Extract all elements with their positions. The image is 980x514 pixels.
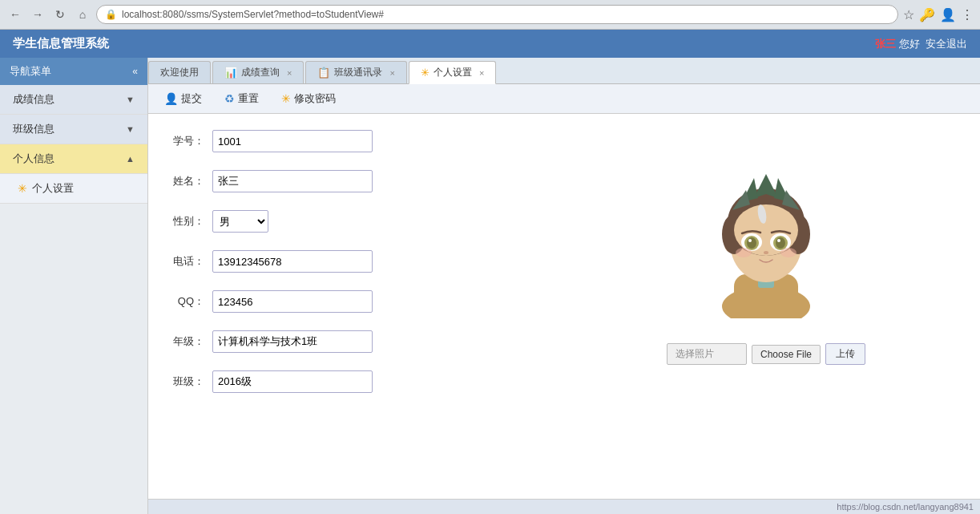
name-input[interactable] [212,170,373,192]
password-icon: ✳ [281,92,291,105]
name-label: 姓名： [172,174,212,188]
browser-actions: ☆ 🔑 👤 ⋮ [903,7,974,22]
name-row: 姓名： [172,170,552,192]
sidebar-item-class[interactable]: 班级信息 ▼ [0,115,147,144]
change-password-label: 修改密码 [294,91,336,106]
sidebar-title: 导航菜单 [10,64,51,79]
app-title: 学生信息管理系统 [13,36,109,51]
svg-point-27 [764,251,768,254]
url-bar: 🔒 localhost:8080/ssms/SystemServlet?meth… [96,5,898,24]
menu-button[interactable]: ⋮ [961,7,974,22]
tabs-bar: 欢迎使用 📊 成绩查询 × 📋 班级通讯录 × ✳ 个人设置 × [148,58,980,84]
gender-label: 性别： [172,214,212,229]
sidebar-header: 导航菜单 « [0,58,147,85]
form-area: 学号： 姓名： 性别： 男 女 电话： [148,114,980,499]
account-button[interactable]: 👤 [940,7,956,22]
file-upload-row: 选择照片 Choose File 上传 [667,343,865,365]
tab-welcome[interactable]: 欢迎使用 [148,61,211,83]
sidebar-item-personal-label: 个人信息 [13,152,54,166]
tab-grades-icon: 📊 [224,67,237,79]
tab-grades-close[interactable]: × [287,68,292,78]
star-icon: ✳ [18,182,27,195]
sidebar-sub-item-settings[interactable]: ✳ 个人设置 [0,174,147,204]
key-button[interactable]: 🔑 [919,7,935,22]
browser-chrome: ← → ↻ ⌂ 🔒 localhost:8080/ssms/SystemServ… [0,0,980,30]
svg-point-22 [748,239,752,242]
submit-icon: 👤 [164,92,178,105]
main-layout: 导航菜单 « 成绩信息 ▼ 班级信息 ▼ 个人信息 ▲ ✳ 个人设置 欢迎使用 … [0,58,980,514]
chevron-up-icon: ▲ [126,154,135,164]
username: 张三 [875,38,896,50]
sidebar-collapse-icon[interactable]: « [132,66,138,77]
sidebar-sub-item-settings-label: 个人设置 [32,181,74,196]
toolbar: 👤 提交 ♻ 重置 ✳ 修改密码 [148,84,980,114]
forward-button[interactable]: → [29,6,46,23]
bookmark-button[interactable]: ☆ [903,7,914,22]
app-header: 学生信息管理系统 张三 您好 安全退出 [0,30,980,58]
class-row: 班级： [172,370,552,393]
class-label: 班级： [172,374,212,389]
greeting: 您好 [899,38,920,50]
tab-directory-label: 班级通讯录 [334,66,382,79]
chevron-down-icon-2: ▼ [126,124,135,134]
tab-welcome-label: 欢迎使用 [160,66,199,79]
svg-point-28 [736,248,752,257]
tab-settings-icon: ✳ [421,67,430,79]
student-id-row: 学号： [172,130,552,152]
svg-point-21 [747,237,756,249]
svg-point-26 [777,239,780,242]
grade-label: 年级： [172,334,212,349]
class-input[interactable] [212,370,373,393]
change-password-button[interactable]: ✳ 修改密码 [275,89,342,108]
qq-label: QQ： [172,294,212,309]
qq-input[interactable] [212,290,373,313]
tab-directory[interactable]: 📋 班级通讯录 × [305,61,406,83]
sidebar-item-grades[interactable]: 成绩信息 ▼ [0,85,147,115]
grade-input[interactable] [212,330,373,353]
tab-settings-label: 个人设置 [434,66,472,79]
tab-grades-label: 成绩查询 [241,66,280,79]
submit-label: 提交 [181,91,202,106]
sidebar-item-grades-label: 成绩信息 [13,92,54,107]
back-button[interactable]: ← [6,6,24,23]
reset-icon: ♻ [224,92,235,105]
sidebar: 导航菜单 « 成绩信息 ▼ 班级信息 ▼ 个人信息 ▲ ✳ 个人设置 [0,58,148,514]
file-label: 选择照片 [667,343,747,365]
lock-icon: 🔒 [105,9,117,20]
gender-row: 性别： 男 女 [172,210,552,233]
url-text: localhost:8080/ssms/SystemServlet?method… [122,9,889,20]
reset-label: 重置 [238,91,259,106]
grade-row: 年级： [172,330,552,353]
sidebar-item-class-label: 班级信息 [13,122,54,136]
choose-file-button[interactable]: Choose File [752,345,821,364]
sidebar-item-personal[interactable]: 个人信息 ▲ [0,144,147,174]
app-header-right: 张三 您好 安全退出 [875,37,967,51]
form-left: 学号： 姓名： 性别： 男 女 电话： [172,130,552,483]
tab-directory-icon: 📋 [317,67,330,79]
gender-select[interactable]: 男 女 [212,210,268,233]
bottom-bar: https://blog.csdn.net/langyang8941 [148,499,980,514]
svg-point-29 [780,248,797,257]
qq-row: QQ： [172,290,552,313]
svg-point-25 [776,237,785,249]
phone-label: 电话： [172,254,212,269]
reset-button[interactable]: ♻ 重置 [218,89,265,108]
tab-grades[interactable]: 📊 成绩查询 × [212,61,304,83]
bottom-bar-text: https://blog.csdn.net/langyang8941 [837,502,974,512]
content-area: 欢迎使用 📊 成绩查询 × 📋 班级通讯录 × ✳ 个人设置 × 👤 提交 [148,58,980,514]
logout-link[interactable]: 安全退出 [926,38,967,50]
home-button[interactable]: ⌂ [74,6,91,23]
chevron-down-icon: ▼ [126,95,135,104]
avatar [694,150,838,318]
student-id-input[interactable] [212,130,373,152]
phone-input[interactable] [212,250,373,273]
tab-settings-close[interactable]: × [479,68,484,78]
form-right: 选择照片 Choose File 上传 [576,130,956,483]
submit-button[interactable]: 👤 提交 [158,89,208,108]
reload-button[interactable]: ↻ [51,6,69,23]
avatar-container [686,146,846,322]
phone-row: 电话： [172,250,552,273]
tab-settings[interactable]: ✳ 个人设置 × [409,61,496,84]
tab-directory-close[interactable]: × [389,68,394,78]
upload-button[interactable]: 上传 [825,343,865,365]
